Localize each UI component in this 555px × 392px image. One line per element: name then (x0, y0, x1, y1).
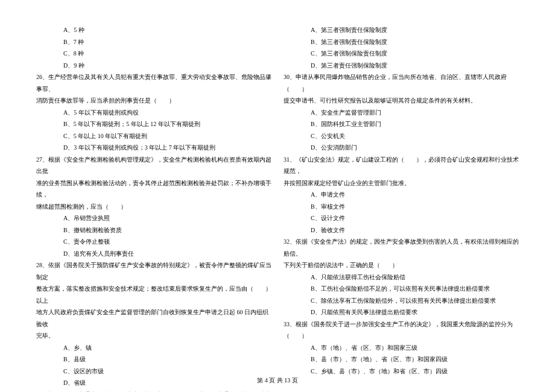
q30-stem: 30、申请从事民用爆炸物品销售的企业，应当向所在地省、自治区、直辖市人民政府（ … (284, 71, 519, 95)
q31-opt-c: C、设计文件 (284, 212, 519, 224)
q32-stem-cont: 下列关于赔偿的说法中，正确的是（ ） (284, 259, 519, 271)
q28-stem: 28、依据《国务院关于预防煤矿生产安全事故的特别规定》，被责令停产整顿的煤矿应当… (36, 259, 271, 283)
q32-opt-b: B、工伤社会保险赔偿不足的，可以依照有关民事法律提出赔偿要求 (284, 283, 519, 295)
q33-stem: 33、根据《国务院关于进一步加强安全生产工作的决定》，我国重大危险源的监控分为（… (284, 318, 519, 342)
q30-stem-cont: 提交申请书、可行性研究报告以及能够证明其符合规定条件的有关材料。 (284, 95, 519, 107)
q25-opt-a: A、5 种 (36, 24, 271, 36)
q33-opt-b: B、县（市）、市（地）、省（区、市）和国家四级 (284, 353, 519, 365)
q28-stem-cont1: 整改方案，落实整改措施和安全技术规定；整改结束后要求恢复生产的，应当由（ ）以上 (36, 283, 271, 306)
q28-opt-b: B、县级 (36, 353, 271, 365)
q26-opt-b: B、5 年以下有期徒刑；5 年以上 12 年以下有期徒刑 (36, 118, 271, 130)
page-content: A、5 种 B、7 种 C、8 种 D、9 种 26、生产经营单位及其有关人员犯… (0, 0, 555, 392)
q30-opt-d: D、公安消防部门 (284, 142, 519, 154)
q33-opt-a: A、市（地）、省（区、市）和国家三级 (284, 342, 519, 354)
q29-opt-b: B、第三者强制责任保险制度 (284, 36, 519, 48)
left-column: A、5 种 B、7 种 C、8 种 D、9 种 26、生产经营单位及其有关人员犯… (36, 24, 271, 392)
q25-opt-b: B、7 种 (36, 36, 271, 48)
q29-stem: 29、根据《道路交通安全法》，国家实行机动车（ ），设立道路交通事故社会救助基金… (36, 389, 271, 393)
q25-opt-c: C、8 种 (36, 48, 271, 60)
q30-opt-b: B、国防科技工业主管部门 (284, 118, 519, 130)
q27-stem-cont2: 继续超范围检测的，应当（ ） (36, 201, 271, 213)
q26-opt-d: D、3 年以下有期徒刑或拘役；3 年以上 7 年以下有期徒刑 (36, 142, 271, 154)
q25-opt-d: D、9 种 (36, 60, 271, 72)
q33-opt-c: C、乡镇、县（市）、市（地）和省（区、市）四级 (284, 365, 519, 378)
q31-opt-a: A、申请文件 (284, 189, 519, 201)
q26-stem: 26、生产经营单位及其有关人员犯有重大责任事故罪、重大劳动安全事故罪、危险物品肇… (36, 71, 271, 95)
q27-opt-c: C、责令停止整顿 (36, 236, 271, 248)
q26-stem-cont: 消防责任事故罪等，应当承担的刑事责任是（ ） (36, 95, 271, 107)
q26-opt-c: C、5 年以上 10 年以下有期徒刑 (36, 130, 271, 142)
q28-opt-a: A、乡、镇 (36, 342, 271, 354)
q27-opt-a: A、吊销营业执照 (36, 212, 271, 224)
q28-opt-c: C、设区的市级 (36, 365, 271, 378)
q31-stem: 31、《矿山安全法》规定，矿山建设工程的（ ），必须符合矿山安全规程和行业技术规… (284, 154, 519, 177)
q30-opt-c: C、公安机关 (284, 130, 519, 142)
q26-opt-a: A、5 年以下有期徒刑或拘役 (36, 107, 271, 119)
q27-opt-d: D、追究有关人员刑事责任 (36, 248, 271, 260)
q31-opt-d: D、验收文件 (284, 224, 519, 236)
q29-opt-c: C、第三者强制保险责任制度 (284, 48, 519, 60)
page-footer: 第 4 页 共 13 页 (0, 376, 555, 385)
q30-opt-a: A、安全生产监督管理部门 (284, 107, 519, 119)
q29-opt-d: D、第三者责任强制保险制度 (284, 60, 519, 72)
q29-opt-a: A、第三者强制责任保险制度 (284, 24, 519, 36)
q28-stem-cont3: 完毕。 (36, 330, 271, 342)
q28-stem-cont2: 地方人民政府负责煤矿安全生产监督管理的部门自收到恢复生产申请之日起 60 日内组… (36, 306, 271, 330)
q32-opt-c: C、除依法享有工伤保险赔偿外，可以依照有关民事法律提出赔偿要求 (284, 295, 519, 307)
right-column: A、第三者强制责任保险制度 B、第三者强制责任保险制度 C、第三者强制保险责任制… (284, 24, 519, 392)
q32-opt-a: A、只能依法获得工伤社会保险赔偿 (284, 271, 519, 283)
q32-opt-d: D、只能依照有关民事法律提出赔偿要求 (284, 306, 519, 318)
q27-stem: 27、根据《安全生产检测检验机构管理规定》，安全生产检测检验机构在资质有效期内超… (36, 154, 271, 177)
q31-opt-b: B、审核文件 (284, 201, 519, 213)
q27-opt-b: B、撤销检测检验资质 (36, 224, 271, 236)
q32-stem: 32、依据《安全生产法》的规定，因生产安全事故受到伤害的人员，有权依法得到相应的… (284, 236, 519, 259)
q27-stem-cont1: 准的业务范围从事检测检验活动的，责令其停止超范围检测检验并处罚款；不补办增项手续… (36, 177, 271, 201)
q31-stem-cont: 并按照国家规定经管矿山企业的主管部门批准。 (284, 177, 519, 189)
